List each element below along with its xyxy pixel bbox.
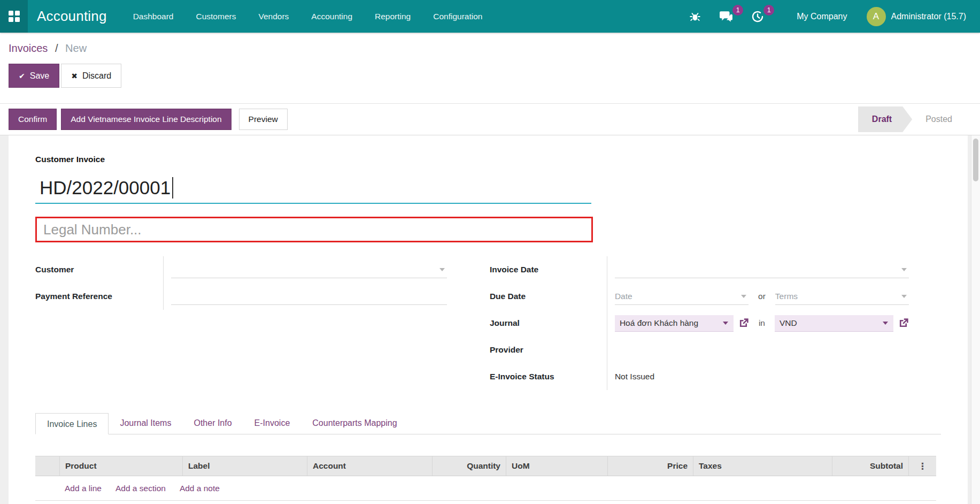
save-label: Save — [30, 71, 49, 81]
invoice-number-input[interactable]: HD/2022/00001 — [35, 176, 591, 204]
provider-field[interactable] — [607, 337, 941, 363]
scrollbar-thumb[interactable] — [973, 139, 978, 181]
add-note-link[interactable]: Add a note — [180, 484, 220, 493]
customer-select[interactable] — [171, 261, 447, 278]
top-navbar: Accounting Dashboard Customers Vendors A… — [0, 0, 980, 33]
user-menu[interactable]: A Administrator (15.7) — [861, 0, 980, 33]
currency-value: VND — [780, 318, 797, 328]
chevron-down-icon — [439, 268, 445, 271]
save-button[interactable]: ✔ Save — [9, 64, 59, 88]
chevron-down-icon — [723, 322, 728, 325]
systray: 1 1 My Company A Administrator (15.7) — [680, 0, 980, 33]
terms-placeholder: Terms — [775, 292, 798, 301]
discard-button[interactable]: ✖ Discard — [61, 64, 121, 88]
column-product: Product — [59, 456, 182, 476]
column-quantity: Quantity — [432, 456, 506, 476]
form-view: Customer Invoice HD/2022/00001 Customer — [0, 135, 980, 504]
invoice-date-label: Invoice Date — [490, 256, 607, 283]
payment-terms-select[interactable]: Terms — [775, 288, 909, 305]
add-section-link[interactable]: Add a section — [115, 484, 166, 493]
form-sheet: Customer Invoice HD/2022/00001 Customer — [9, 135, 968, 504]
app-name: Accounting — [37, 8, 107, 25]
handle-column — [35, 456, 59, 476]
journal-value: Hoá đơn Khách hàng — [620, 318, 698, 328]
activities-button[interactable]: 1 — [742, 0, 773, 33]
clock-icon — [751, 10, 764, 23]
invoice-date-select[interactable] — [615, 261, 909, 278]
state-draft[interactable]: Draft — [858, 106, 912, 132]
menu-dashboard[interactable]: Dashboard — [122, 0, 185, 33]
breadcrumb-invoices-link[interactable]: Invoices — [9, 42, 48, 54]
debug-bug-icon[interactable] — [680, 0, 710, 33]
customer-label: Customer — [35, 256, 164, 283]
einvoice-status-label: E-Invoice Status — [490, 363, 607, 390]
chevron-down-icon — [901, 268, 907, 271]
menu-accounting[interactable]: Accounting — [300, 0, 364, 33]
in-text: in — [759, 318, 765, 328]
tab-other-info[interactable]: Other Info — [182, 413, 243, 434]
column-account: Account — [307, 456, 432, 476]
invoice-number-value: HD/2022/00001 — [40, 177, 171, 198]
add-line-link[interactable]: Add a line — [65, 484, 102, 493]
tab-invoice-lines[interactable]: Invoice Lines — [35, 413, 109, 434]
chevron-down-icon — [901, 295, 907, 298]
tab-journal-items[interactable]: Journal Items — [109, 413, 182, 434]
due-date-label: Due Date — [490, 283, 607, 310]
preview-button[interactable]: Preview — [239, 109, 288, 130]
vertical-scrollbar[interactable] — [971, 135, 980, 504]
menu-vendors[interactable]: Vendors — [247, 0, 300, 33]
company-switcher[interactable]: My Company — [783, 0, 861, 33]
apps-grid-icon — [9, 11, 20, 22]
state-posted[interactable]: Posted — [912, 106, 966, 132]
column-uom: UoM — [506, 456, 607, 476]
add-vietnamese-invoice-line-description-button[interactable]: Add Vietnamese Invoice Line Description — [61, 109, 231, 130]
form-statusbar: Confirm Add Vietnamese Invoice Line Desc… — [0, 103, 980, 135]
state-widget: Draft Posted — [858, 106, 966, 132]
payment-reference-label: Payment Reference — [35, 283, 164, 310]
or-text: or — [758, 292, 766, 301]
menu-customers[interactable]: Customers — [184, 0, 247, 33]
document-type-label: Customer Invoice — [35, 155, 941, 164]
avatar: A — [867, 7, 886, 26]
payment-reference-input[interactable] — [171, 288, 447, 305]
menu-reporting[interactable]: Reporting — [364, 0, 422, 33]
control-panel: Invoices / New ✔ Save ✖ Discard — [0, 33, 980, 103]
breadcrumb-current: New — [65, 42, 87, 54]
messages-button[interactable]: 1 — [710, 0, 742, 33]
table-add-row: Add a line Add a section Add a note — [35, 476, 936, 501]
currency-select[interactable]: VND — [775, 315, 893, 332]
provider-label: Provider — [490, 337, 607, 363]
table-header: Product Label Account Quantity UoM Price… — [35, 456, 936, 476]
chevron-down-icon — [883, 322, 888, 325]
journal-external-link-icon[interactable] — [738, 318, 749, 329]
discard-label: Discard — [82, 71, 111, 81]
menu-configuration[interactable]: Configuration — [422, 0, 493, 33]
legal-number-input[interactable] — [35, 217, 593, 242]
breadcrumb-separator: / — [55, 42, 58, 54]
journal-label: Journal — [490, 310, 607, 337]
column-label: Label — [182, 456, 307, 476]
tab-counterparts-mapping[interactable]: Counterparts Mapping — [301, 413, 408, 434]
text-cursor — [172, 177, 173, 198]
column-subtotal: Subtotal — [832, 456, 908, 476]
journal-select[interactable]: Hoá đơn Khách hàng — [615, 315, 734, 332]
chevron-down-icon — [741, 295, 746, 298]
column-price: Price — [607, 456, 693, 476]
invoice-lines-table: Product Label Account Quantity UoM Price… — [35, 456, 936, 501]
close-icon: ✖ — [71, 72, 78, 80]
breadcrumb: Invoices / New — [9, 42, 971, 55]
tab-e-invoice[interactable]: E-Invoice — [243, 413, 302, 434]
messages-badge: 1 — [732, 5, 743, 16]
due-date-select[interactable]: Date — [615, 288, 748, 305]
column-taxes: Taxes — [693, 456, 832, 476]
einvoice-status-value: Not Issued — [615, 372, 654, 381]
check-icon: ✔ — [19, 72, 25, 80]
activities-badge: 1 — [763, 5, 774, 16]
user-name: Administrator (15.7) — [891, 12, 967, 21]
currency-external-link-icon[interactable] — [898, 318, 909, 329]
apps-menu-button[interactable] — [0, 0, 28, 33]
notebook-tabs: Invoice Lines Journal Items Other Info E… — [35, 413, 941, 434]
confirm-button[interactable]: Confirm — [9, 109, 57, 130]
chat-icon — [719, 10, 733, 23]
optional-columns-icon[interactable]: ⋮ — [908, 456, 936, 476]
